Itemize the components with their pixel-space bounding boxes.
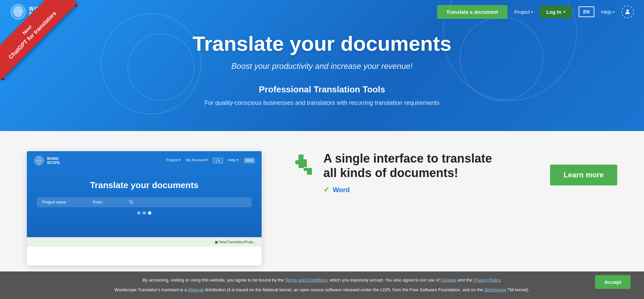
hero-title: Translate your documents xyxy=(193,32,451,55)
hero-content: Translate your documents Boost your prod… xyxy=(193,25,451,106)
screenshot-pagination xyxy=(137,211,151,215)
screenshot-table-header: Project name From To xyxy=(37,197,252,207)
matecat-link[interactable]: Matecat xyxy=(188,287,204,292)
project-chevron-icon: ▾ xyxy=(531,10,533,14)
cookie-text-line1: By accessing, visiting or using this web… xyxy=(143,277,501,284)
hero-tools-title: Professional Translation Tools xyxy=(193,84,451,95)
screenshot-body: Translate your documents Project name Fr… xyxy=(27,170,262,237)
hero-section: WORD SCOPE Translate a document Project … xyxy=(0,0,644,131)
ribbon-container: New! ChatGPT for translators xyxy=(0,0,94,94)
privacy-link[interactable]: Privacy Policy xyxy=(473,277,500,283)
translate-document-button[interactable]: Translate a document xyxy=(437,5,507,19)
site-header: WORD SCOPE Translate a document Project … xyxy=(0,0,644,24)
screenshot-logo-text: WORDSCOPE xyxy=(47,157,60,165)
help-chevron-icon: ▾ xyxy=(613,10,614,14)
cookie-text-line2: Wordscope Translator's Assistant is a Ma… xyxy=(115,287,530,294)
word-label: Word xyxy=(333,186,350,194)
hero-description: For quality-conscious businesses and tra… xyxy=(193,99,451,106)
hero-subtitle: Boost your productivity and increase you… xyxy=(193,61,451,71)
user-icon xyxy=(624,8,631,15)
cookie-banner: By accessing, visiting or using this web… xyxy=(0,271,644,299)
screenshot-footer: ▣ NewTranslationProje... xyxy=(27,237,262,247)
app-screenshot: WORDSCOPE Project ▾ My Account ▾ EN Help… xyxy=(27,151,262,265)
dot-3 xyxy=(148,211,151,215)
puzzle-icon xyxy=(288,151,315,178)
ribbon-text: ChatGPT for translators xyxy=(7,10,58,60)
user-avatar[interactable] xyxy=(621,5,634,18)
check-icon: ✓ xyxy=(323,185,329,194)
language-selector[interactable]: EN xyxy=(579,6,594,17)
cookies-link[interactable]: Cookies xyxy=(441,277,457,283)
promo-ribbon: New! ChatGPT for translators xyxy=(0,0,77,80)
project-nav[interactable]: Project ▾ xyxy=(514,9,533,15)
screenshot-header: WORDSCOPE Project ▾ My Account ▾ EN Help… xyxy=(27,151,262,170)
accept-button[interactable]: Accept xyxy=(595,275,631,289)
help-nav[interactable]: Help ▾ xyxy=(601,9,614,15)
dot-2 xyxy=(143,211,146,215)
dot-1 xyxy=(137,211,141,215)
svg-point-3 xyxy=(627,9,629,12)
header-nav: Translate a document Project ▾ Log In ▾ … xyxy=(437,5,634,19)
wordscope-link[interactable]: Wordscope xyxy=(484,287,506,292)
screenshot-logo-icon xyxy=(34,155,44,166)
login-button[interactable]: Log In ▾ xyxy=(540,6,572,18)
word-feature-item: ✓ Word xyxy=(323,185,617,194)
screenshot-nav: Project ▾ My Account ▾ EN Help ▾ WW xyxy=(166,158,255,163)
learn-more-button[interactable]: Learn more xyxy=(550,165,617,185)
screenshot-page-title: Translate your documents xyxy=(90,180,199,190)
terms-link[interactable]: Terms and Conditions xyxy=(285,277,327,283)
login-chevron-icon: ▾ xyxy=(564,10,565,14)
